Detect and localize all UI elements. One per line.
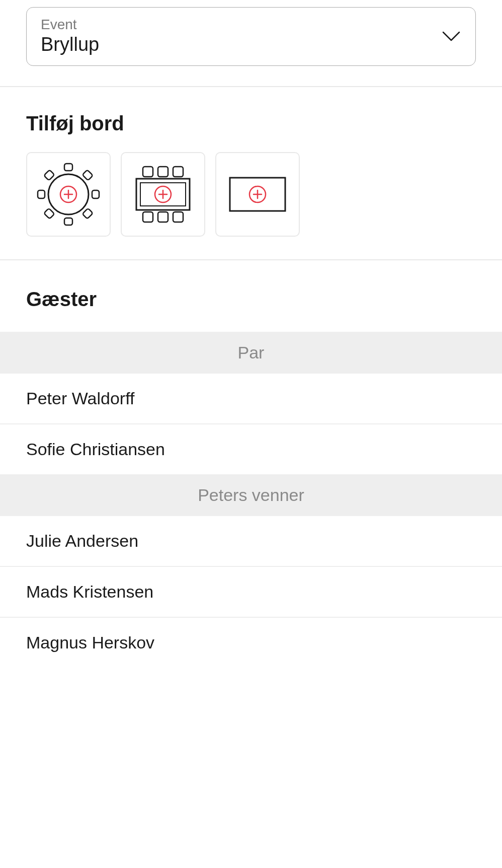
svg-rect-15 <box>143 212 153 222</box>
svg-rect-13 <box>158 167 168 177</box>
svg-rect-16 <box>158 212 168 222</box>
svg-rect-5 <box>44 208 54 219</box>
svg-rect-12 <box>143 167 153 177</box>
guest-row[interactable]: Sofie Christiansen <box>0 424 502 474</box>
svg-rect-2 <box>92 190 99 198</box>
guest-row[interactable]: Julie Andersen <box>0 516 502 567</box>
rectangular-table-icon <box>130 162 196 227</box>
chevron-down-icon <box>441 30 461 42</box>
svg-rect-3 <box>82 208 93 219</box>
round-table-option[interactable] <box>26 152 111 237</box>
guests-title: Gæster <box>0 288 502 311</box>
svg-rect-17 <box>173 212 183 222</box>
svg-rect-7 <box>44 170 54 180</box>
guest-row[interactable]: Mads Kristensen <box>0 567 502 618</box>
simple-table-icon <box>225 162 290 227</box>
event-value: Bryllup <box>41 34 99 55</box>
simple-table-option[interactable] <box>215 152 300 237</box>
guest-group: Peters venner Julie Andersen Mads Kriste… <box>0 474 502 668</box>
group-header-par: Par <box>0 332 502 374</box>
svg-rect-4 <box>64 218 72 225</box>
svg-rect-6 <box>38 190 45 198</box>
event-label: Event <box>41 17 99 33</box>
svg-rect-0 <box>64 164 72 171</box>
table-options <box>26 152 476 237</box>
event-dropdown[interactable]: Event Bryllup <box>26 7 476 66</box>
add-table-title: Tilføj bord <box>26 112 476 135</box>
rectangular-table-option[interactable] <box>121 152 205 237</box>
svg-rect-1 <box>82 170 93 180</box>
guest-row[interactable]: Peter Waldorff <box>0 374 502 424</box>
svg-rect-14 <box>173 167 183 177</box>
guest-row[interactable]: Magnus Herskov <box>0 618 502 668</box>
guest-group: Par Peter Waldorff Sofie Christiansen <box>0 332 502 474</box>
group-header-peters-venner: Peters venner <box>0 474 502 516</box>
round-table-icon <box>36 162 101 227</box>
